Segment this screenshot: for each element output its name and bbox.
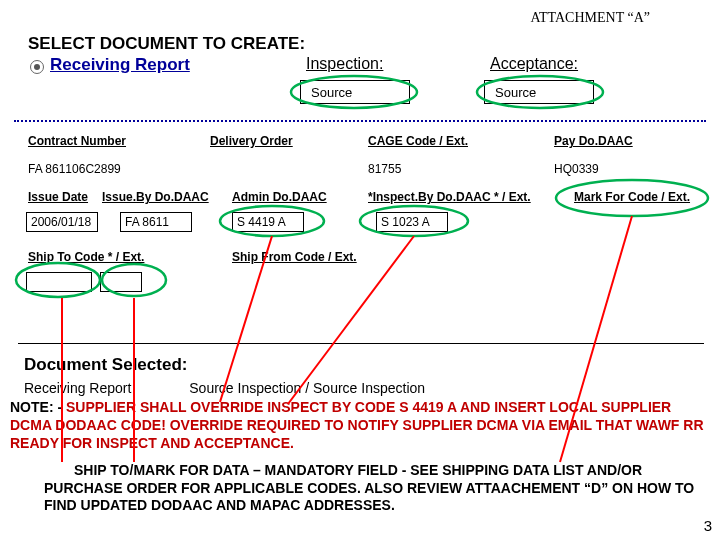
inspect-by-field[interactable]: S 1023 A bbox=[376, 212, 448, 232]
ship-to-label: Ship To Code * / Ext. bbox=[28, 250, 144, 264]
note-shipto: SHIP TO/MARK FOR DATA – MANDATORY FIELD … bbox=[44, 462, 708, 515]
issue-by-field[interactable]: FA 8611 bbox=[120, 212, 192, 232]
page-number: 3 bbox=[704, 517, 712, 534]
admin-field[interactable]: S 4419 A bbox=[232, 212, 304, 232]
doc-selected-report: Receiving Report bbox=[24, 380, 131, 396]
admin-label: Admin Do.DAAC bbox=[232, 190, 327, 204]
ship-from-label: Ship From Code / Ext. bbox=[232, 250, 357, 264]
note-intro: NOTE: - bbox=[10, 399, 66, 415]
mark-for-label: Mark For Code / Ext. bbox=[574, 190, 690, 204]
receiving-report-radio[interactable] bbox=[30, 60, 44, 74]
acceptance-label: Acceptance: bbox=[490, 55, 578, 73]
contract-number-label: Contract Number bbox=[28, 134, 126, 148]
document-selected-title: Document Selected: bbox=[24, 355, 187, 375]
ship-to-ext-field[interactable] bbox=[100, 272, 142, 292]
pay-dodaac-label: Pay Do.DAAC bbox=[554, 134, 633, 148]
attachment-header: ATTACHMENT “A” bbox=[530, 10, 650, 26]
divider-top bbox=[14, 120, 706, 122]
issue-by-label: Issue.By Do.DAAC bbox=[102, 190, 209, 204]
page-title: SELECT DOCUMENT TO CREATE: bbox=[28, 34, 305, 54]
cage-code-value: 81755 bbox=[368, 162, 401, 176]
issue-date-label: Issue Date bbox=[28, 190, 88, 204]
inspection-label: Inspection: bbox=[306, 55, 383, 73]
issue-date-field[interactable]: 2006/01/18 bbox=[26, 212, 98, 232]
doc-selected-inspection: Source Inspection / Source Inspection bbox=[189, 380, 425, 396]
note-body: SUPPLIER SHALL OVERRIDE INSPECT BY CODE … bbox=[10, 399, 704, 451]
inspect-by-label: *Inspect.By Do.DAAC * / Ext. bbox=[368, 190, 531, 204]
acceptance-select[interactable]: Source bbox=[484, 80, 594, 104]
note2-body: SHIP TO/MARK FOR DATA – MANDATORY FIELD … bbox=[44, 462, 694, 513]
divider-mid bbox=[18, 343, 704, 344]
ship-to-field[interactable] bbox=[26, 272, 92, 292]
pay-dodaac-value: HQ0339 bbox=[554, 162, 599, 176]
receiving-report-label: Receiving Report bbox=[50, 55, 190, 75]
note-override: NOTE: - SUPPLIER SHALL OVERRIDE INSPECT … bbox=[10, 398, 710, 453]
contract-number-value: FA 861106C2899 bbox=[28, 162, 121, 176]
inspection-select[interactable]: Source bbox=[300, 80, 410, 104]
cage-code-label: CAGE Code / Ext. bbox=[368, 134, 468, 148]
delivery-order-label: Delivery Order bbox=[210, 134, 293, 148]
document-selected-line: Receiving Report Source Inspection / Sou… bbox=[24, 380, 425, 396]
